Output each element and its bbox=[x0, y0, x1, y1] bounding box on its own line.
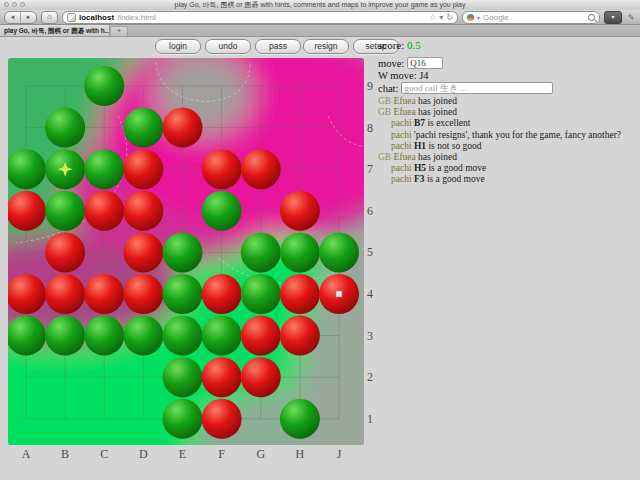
search-placeholder: Google bbox=[483, 13, 585, 22]
green-stone-E1[interactable] bbox=[163, 399, 203, 439]
green-stone-G4[interactable] bbox=[241, 274, 281, 314]
red-stone-F4[interactable] bbox=[202, 274, 242, 314]
green-stone-B3[interactable] bbox=[45, 316, 85, 356]
column-label-A: A bbox=[16, 447, 36, 462]
reload-icon[interactable]: ↻ bbox=[446, 13, 453, 22]
bookmark-star-icon[interactable]: ☆ bbox=[429, 13, 436, 22]
red-stone-F2[interactable] bbox=[202, 357, 242, 397]
red-stone-D4[interactable] bbox=[123, 274, 163, 314]
chat-message: GB Efuea has joined bbox=[378, 96, 636, 107]
chat-label: chat: bbox=[378, 83, 398, 94]
red-stone-B4[interactable] bbox=[45, 274, 85, 314]
move-input[interactable] bbox=[407, 57, 443, 69]
red-stone-G7[interactable] bbox=[241, 149, 281, 189]
red-stone-G2[interactable] bbox=[241, 357, 281, 397]
move-row: move: bbox=[378, 57, 636, 69]
red-stone-G3[interactable] bbox=[241, 316, 281, 356]
green-stone-H1[interactable] bbox=[280, 399, 320, 439]
red-stone-D5[interactable] bbox=[123, 232, 163, 272]
pass-button[interactable]: pass bbox=[255, 39, 301, 54]
green-stone-F6[interactable] bbox=[202, 191, 242, 231]
score-line: score: 0.5 bbox=[378, 39, 421, 51]
red-stone-C4[interactable] bbox=[84, 274, 124, 314]
go-board[interactable] bbox=[8, 58, 364, 445]
tab-bar: play Go, 바둑, 围棋 or 囲碁 with h... + bbox=[0, 25, 640, 37]
chat-log: GB Efuea has joinedGB Efuea has joinedpa… bbox=[378, 96, 636, 186]
red-stone-E8[interactable] bbox=[163, 108, 203, 148]
column-label-H: H bbox=[290, 447, 310, 462]
red-stone-F1[interactable] bbox=[202, 399, 242, 439]
back-button[interactable]: ◂ bbox=[5, 12, 20, 23]
url-path: /index.html bbox=[117, 13, 426, 22]
green-stone-D8[interactable] bbox=[123, 108, 163, 148]
row-label-3: 3 bbox=[364, 329, 376, 344]
last-move-square-marker-J4 bbox=[336, 291, 342, 297]
red-stone-B5[interactable] bbox=[45, 232, 85, 272]
score-label: score: bbox=[378, 39, 404, 51]
green-stone-E3[interactable] bbox=[163, 316, 203, 356]
green-stone-F3[interactable] bbox=[202, 316, 242, 356]
column-label-F: F bbox=[212, 447, 232, 462]
chat-message: GB Efuea has joined bbox=[378, 152, 636, 163]
column-label-G: G bbox=[251, 447, 271, 462]
green-stone-E2[interactable] bbox=[163, 357, 203, 397]
login-button[interactable]: login bbox=[155, 39, 201, 54]
row-label-9: 9 bbox=[364, 79, 376, 94]
search-engine-caret-icon[interactable]: ▾ bbox=[477, 14, 480, 21]
tab-play-go[interactable]: play Go, 바둑, 围棋 or 囲碁 with h... bbox=[0, 25, 110, 36]
window-title: play Go, 바둑, 围棋 or 囲碁 with hints, commen… bbox=[0, 0, 640, 10]
green-stone-C3[interactable] bbox=[84, 316, 124, 356]
row-label-2: 2 bbox=[364, 370, 376, 385]
new-tab-button[interactable]: + bbox=[110, 26, 128, 37]
red-stone-D6[interactable] bbox=[123, 191, 163, 231]
green-stone-B8[interactable] bbox=[45, 108, 85, 148]
row-label-8: 8 bbox=[364, 121, 376, 136]
red-stone-H6[interactable] bbox=[280, 191, 320, 231]
url-bar-icons: ☆ ▾ ↻ bbox=[429, 13, 453, 22]
chat-message: pachi B7 is excellent bbox=[378, 118, 636, 129]
green-stone-B6[interactable] bbox=[45, 191, 85, 231]
red-stone-F7[interactable] bbox=[202, 149, 242, 189]
red-stone-C6[interactable] bbox=[84, 191, 124, 231]
chat-message: GB Efuea has joined bbox=[378, 107, 636, 118]
home-button[interactable]: ⌂ bbox=[41, 11, 58, 24]
search-bar[interactable]: ▾ Google bbox=[462, 11, 600, 24]
move-label: move: bbox=[378, 58, 404, 69]
green-stone-H5[interactable] bbox=[280, 232, 320, 272]
row-label-1: 1 bbox=[364, 412, 376, 427]
white-move-row: W move: J4 bbox=[378, 70, 636, 81]
chat-input[interactable] bbox=[401, 82, 553, 94]
row-label-4: 4 bbox=[364, 287, 376, 302]
google-logo-icon bbox=[467, 14, 474, 21]
compose-icon[interactable]: ✎ bbox=[626, 12, 636, 23]
resign-button[interactable]: resign bbox=[303, 39, 349, 54]
navigation-toolbar: ◂ ▸ ⌂ localhost /index.html ☆ ▾ ↻ ▾ Goog… bbox=[0, 10, 640, 25]
score-value: 0.5 bbox=[407, 39, 421, 51]
chat-message: pachi H1 is not so good bbox=[378, 141, 636, 152]
green-stone-C9[interactable] bbox=[84, 66, 124, 106]
green-stone-E5[interactable] bbox=[163, 232, 203, 272]
game-panel: move: W move: J4 chat: GB Efuea has join… bbox=[378, 57, 636, 186]
dropdown-caret-icon[interactable]: ▾ bbox=[439, 13, 443, 22]
page-favicon-icon bbox=[67, 13, 76, 22]
url-host: localhost bbox=[79, 13, 114, 22]
column-label-C: C bbox=[94, 447, 114, 462]
undo-button[interactable]: undo bbox=[205, 39, 251, 54]
green-stone-D3[interactable] bbox=[123, 316, 163, 356]
chat-message: pachi 'pachi resigns', thank you for the… bbox=[378, 130, 636, 141]
downloads-button[interactable]: ▾ bbox=[604, 11, 622, 24]
search-icon[interactable] bbox=[588, 14, 595, 21]
green-stone-J5[interactable] bbox=[319, 232, 359, 272]
red-stone-D7[interactable] bbox=[123, 149, 163, 189]
green-stone-G5[interactable] bbox=[241, 232, 281, 272]
chat-row: chat: bbox=[378, 82, 636, 94]
row-label-7: 7 bbox=[364, 162, 376, 177]
green-stone-C7[interactable] bbox=[84, 149, 124, 189]
forward-button[interactable]: ▸ bbox=[20, 12, 36, 23]
red-stone-H4[interactable] bbox=[280, 274, 320, 314]
green-stone-E4[interactable] bbox=[163, 274, 203, 314]
row-label-6: 6 bbox=[364, 204, 376, 219]
url-bar[interactable]: localhost /index.html ☆ ▾ ↻ bbox=[62, 11, 458, 24]
red-stone-H3[interactable] bbox=[280, 316, 320, 356]
browser-window: play Go, 바둑, 围棋 or 囲碁 with hints, commen… bbox=[0, 0, 640, 480]
